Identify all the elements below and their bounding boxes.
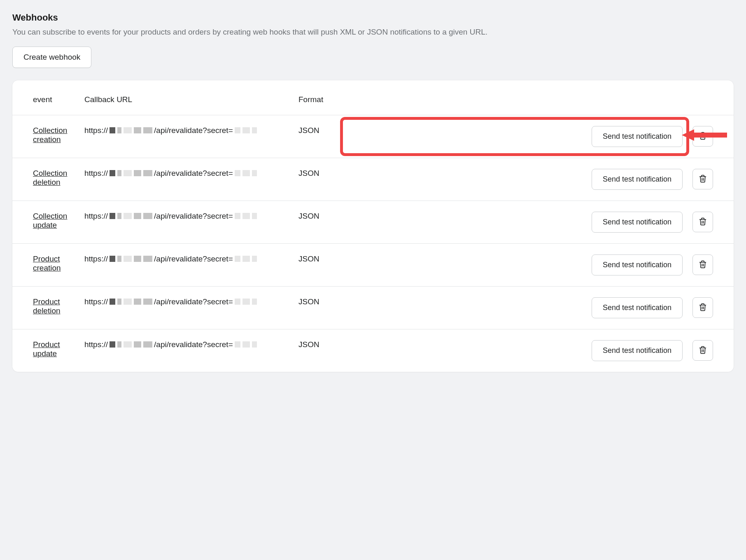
trash-icon (699, 303, 707, 313)
webhooks-card: event Callback URL Format Collection cre… (12, 80, 734, 372)
actions-cell: Send test notification (346, 340, 713, 361)
col-header-event: event (12, 84, 80, 115)
send-test-notification-button[interactable]: Send test notification (592, 212, 683, 233)
url-path: /api/revalidate?secret= (154, 340, 233, 349)
webhooks-table: event Callback URL Format Collection cre… (12, 84, 734, 372)
callback-url-cell: https:///api/revalidate?secret= (80, 243, 294, 286)
format-cell: JSON (294, 158, 342, 201)
delete-webhook-button[interactable] (692, 254, 713, 275)
create-webhook-button[interactable]: Create webhook (12, 47, 91, 68)
table-row: Product creationhttps:///api/revalidate?… (12, 243, 734, 286)
actions-cell: Send test notification (346, 169, 713, 190)
event-link[interactable]: Product update (33, 340, 76, 358)
event-link[interactable]: Product creation (33, 254, 76, 273)
url-path: /api/revalidate?secret= (154, 297, 233, 306)
send-test-notification-button[interactable]: Send test notification (592, 169, 683, 190)
actions-cell: Send test notification (346, 254, 713, 275)
table-row: Collection creationhttps:///api/revalida… (12, 115, 734, 158)
trash-icon (699, 132, 707, 141)
send-test-notification-button[interactable]: Send test notification (592, 297, 683, 318)
page-description: You can subscribe to events for your pro… (12, 26, 705, 38)
callback-url-cell: https:///api/revalidate?secret= (80, 286, 294, 329)
send-test-notification-button[interactable]: Send test notification (592, 340, 683, 361)
url-path: /api/revalidate?secret= (154, 126, 233, 135)
url-path: /api/revalidate?secret= (154, 254, 233, 264)
url-path: /api/revalidate?secret= (154, 169, 233, 178)
send-test-notification-button[interactable]: Send test notification (592, 254, 683, 275)
url-prefix: https:// (84, 169, 108, 178)
format-cell: JSON (294, 115, 342, 158)
delete-webhook-button[interactable] (692, 212, 713, 232)
table-row: Collection updatehttps:///api/revalidate… (12, 201, 734, 243)
format-cell: JSON (294, 286, 342, 329)
table-row: Collection deletionhttps:///api/revalida… (12, 158, 734, 201)
url-prefix: https:// (84, 212, 108, 221)
page-title: Webhooks (12, 12, 734, 23)
table-row: Product updatehttps:///api/revalidate?se… (12, 329, 734, 372)
event-link[interactable]: Collection creation (33, 126, 76, 144)
actions-cell: Send test notification (346, 297, 713, 318)
event-link[interactable]: Collection deletion (33, 169, 76, 187)
col-header-url: Callback URL (80, 84, 294, 115)
trash-icon (699, 346, 707, 355)
format-cell: JSON (294, 329, 342, 372)
callback-url-cell: https:///api/revalidate?secret= (80, 201, 294, 243)
trash-icon (699, 175, 707, 184)
delete-webhook-button[interactable] (692, 126, 713, 147)
url-prefix: https:// (84, 126, 108, 135)
event-link[interactable]: Product deletion (33, 297, 76, 315)
col-header-format: Format (294, 84, 342, 115)
delete-webhook-button[interactable] (692, 340, 713, 361)
url-path: /api/revalidate?secret= (154, 212, 233, 221)
url-prefix: https:// (84, 254, 108, 264)
col-header-actions (342, 84, 734, 115)
actions-cell: Send test notification (346, 126, 713, 147)
event-link[interactable]: Collection update (33, 212, 76, 230)
delete-webhook-button[interactable] (692, 169, 713, 189)
url-prefix: https:// (84, 340, 108, 349)
delete-webhook-button[interactable] (692, 297, 713, 318)
url-prefix: https:// (84, 297, 108, 306)
send-test-notification-button[interactable]: Send test notification (592, 126, 683, 147)
format-cell: JSON (294, 243, 342, 286)
trash-icon (699, 260, 707, 270)
callback-url-cell: https:///api/revalidate?secret= (80, 115, 294, 158)
actions-cell: Send test notification (346, 212, 713, 233)
callback-url-cell: https:///api/revalidate?secret= (80, 329, 294, 372)
callback-url-cell: https:///api/revalidate?secret= (80, 158, 294, 201)
trash-icon (699, 217, 707, 227)
format-cell: JSON (294, 201, 342, 243)
table-row: Product deletionhttps:///api/revalidate?… (12, 286, 734, 329)
